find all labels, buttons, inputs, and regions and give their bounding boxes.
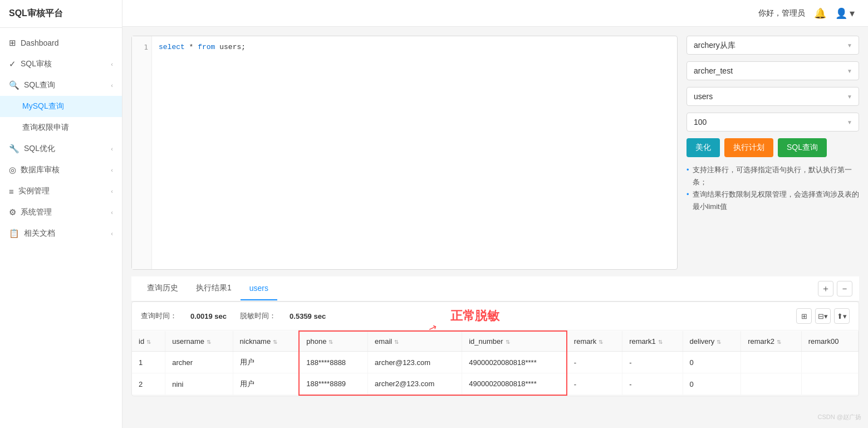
result-actions: ⊞ ⊟▾ ⬆▾ bbox=[796, 308, 850, 324]
cell-id: 2 bbox=[132, 373, 165, 395]
table-view-button[interactable]: ⊞ bbox=[796, 308, 812, 324]
query-button[interactable]: SQL查询 bbox=[778, 138, 827, 157]
watermark: CSDN @赵广扬 bbox=[818, 413, 861, 421]
col-header-id-number: id_number⇅ bbox=[462, 331, 567, 352]
cell-delivery: 0 bbox=[683, 373, 741, 395]
cell-username: nini bbox=[165, 373, 233, 395]
sidebar-item-label: SQL优化 bbox=[24, 144, 55, 154]
sidebar-item-dashboard[interactable]: ⊞ Dashboard bbox=[0, 32, 122, 54]
col-header-remark1: remark1⇅ bbox=[622, 331, 683, 352]
docs-icon: 📋 bbox=[9, 228, 19, 239]
query-time-value: 0.0019 sec bbox=[190, 312, 227, 320]
db-name-select[interactable]: archer_test test bbox=[686, 61, 859, 80]
result-area: 查询时间： 0.0019 sec 脱敏时间： 0.5359 sec 正常脱敏 ↙… bbox=[131, 301, 859, 396]
line-numbers: 1 bbox=[132, 36, 152, 269]
tab-actions: ＋ － bbox=[818, 281, 852, 296]
sidebar-item-db-audit[interactable]: ◎ 数据库审核 ‹ bbox=[0, 159, 122, 181]
tip-1-text: 支持注释行，可选择指定语句执行，默认执行第一条； bbox=[693, 164, 859, 188]
cell-remark00 bbox=[801, 352, 858, 373]
cell-username: archer bbox=[165, 352, 233, 373]
keyword-select: select bbox=[159, 43, 185, 51]
chevron-icon: ‹ bbox=[111, 61, 113, 67]
sidebar-item-sql-query[interactable]: 🔍 SQL查询 ‹ bbox=[0, 75, 122, 96]
sidebar-item-label: 相关文档 bbox=[24, 228, 55, 239]
sql-editor[interactable]: 1 select * from users; bbox=[131, 36, 678, 270]
tab-history-label: 查询历史 bbox=[147, 283, 178, 292]
sidebar-item-sys-mgmt[interactable]: ⚙ 系统管理 ‹ bbox=[0, 202, 122, 223]
user-avatar-icon[interactable]: 👤 ▾ bbox=[835, 7, 855, 20]
wrench-icon: 🔧 bbox=[9, 144, 19, 154]
main-area: 你好，管理员 🔔 👤 ▾ 1 select * from users; bbox=[122, 0, 868, 428]
sidebar-item-label: SQL查询 bbox=[24, 80, 55, 90]
result-table: id⇅ username⇅ nickname⇅ phone⇅ email⇅ id… bbox=[132, 330, 859, 396]
sidebar-item-label: SQL审核 bbox=[21, 59, 52, 69]
cell-remark2 bbox=[741, 352, 801, 373]
sort-icon: ⇅ bbox=[777, 339, 781, 345]
col-header-delivery: delivery⇅ bbox=[683, 331, 741, 352]
bullet-icon-1: • bbox=[686, 164, 689, 188]
col-header-email: email⇅ bbox=[368, 331, 462, 352]
db-instance-select-wrapper: archery从库 archery主库 bbox=[686, 36, 859, 55]
notification-bell-icon[interactable]: 🔔 bbox=[814, 7, 826, 20]
sidebar-nav: ⊞ Dashboard ✓ SQL审核 ‹ 🔍 SQL查询 ‹ MySQL查询 … bbox=[0, 28, 122, 428]
gear-icon: ⚙ bbox=[9, 207, 16, 217]
table-name-select[interactable]: users orders bbox=[686, 87, 859, 106]
keyword-from: from bbox=[198, 43, 215, 51]
tab-users[interactable]: users bbox=[241, 277, 277, 300]
sidebar-item-instance[interactable]: ≡ 实例管理 ‹ bbox=[0, 181, 122, 202]
db-instance-select[interactable]: archery从库 archery主库 bbox=[686, 36, 859, 55]
code-table: users; bbox=[215, 43, 246, 51]
content-area: 1 select * from users; archery从库 archery… bbox=[122, 27, 868, 428]
col-header-remark00: remark00 bbox=[801, 331, 858, 352]
sort-icon: ⇅ bbox=[273, 339, 277, 345]
chevron-icon: ‹ bbox=[111, 230, 113, 237]
limit-select[interactable]: 100 200 500 1000 bbox=[686, 113, 859, 132]
sidebar-item-mysql-query[interactable]: MySQL查询 bbox=[0, 96, 122, 117]
instance-icon: ≡ bbox=[9, 187, 14, 196]
query-time-label: 查询时间： bbox=[141, 311, 177, 321]
sidebar-item-sql-audit[interactable]: ✓ SQL审核 ‹ bbox=[0, 54, 122, 75]
cell-remark: - bbox=[567, 373, 622, 395]
col-header-remark2: remark2⇅ bbox=[741, 331, 801, 352]
grid-view-button[interactable]: ⊟▾ bbox=[815, 308, 831, 324]
tabs-bar: 查询历史 执行结果1 users ＋ － bbox=[131, 276, 859, 301]
code-area[interactable]: select * from users; bbox=[152, 36, 677, 269]
sidebar-item-label: 数据库审核 bbox=[21, 165, 60, 175]
sidebar-item-label: 实例管理 bbox=[18, 186, 50, 196]
db-icon: ◎ bbox=[9, 165, 16, 175]
sort-icon: ⇅ bbox=[506, 339, 510, 345]
code-op: * bbox=[185, 43, 198, 51]
sidebar-item-query-auth[interactable]: 查询权限申请 bbox=[0, 117, 122, 138]
cell-remark: - bbox=[567, 352, 622, 373]
export-button[interactable]: ⬆▾ bbox=[834, 308, 850, 324]
dropdown-arrow-icon: ▾ bbox=[850, 7, 855, 20]
tip-2: • 查询结果行数限制见权限管理，会选择查询涉及表的最小limit值 bbox=[686, 188, 859, 213]
tab-result1[interactable]: 执行结果1 bbox=[187, 276, 241, 301]
sidebar-item-label: 系统管理 bbox=[21, 207, 52, 217]
cell-id: 1 bbox=[132, 352, 165, 373]
sidebar-item-sql-optimize[interactable]: 🔧 SQL优化 ‹ bbox=[0, 138, 122, 159]
cell-nickname: 用户 bbox=[233, 373, 299, 395]
editor-inner: 1 select * from users; bbox=[132, 36, 677, 269]
right-panel: archery从库 archery主库 archer_test test use… bbox=[686, 36, 859, 270]
cell-nickname: 用户 bbox=[233, 352, 299, 373]
sort-icon: ⇅ bbox=[599, 339, 603, 345]
cell-email: archer@123.com bbox=[368, 352, 462, 373]
desens-time-value: 0.5359 sec bbox=[290, 312, 326, 320]
annotation-text: 正常脱敏 bbox=[450, 309, 499, 323]
zoom-out-button[interactable]: － bbox=[837, 281, 852, 296]
tab-history[interactable]: 查询历史 bbox=[138, 276, 187, 301]
sidebar: SQL审核平台 ⊞ Dashboard ✓ SQL审核 ‹ 🔍 SQL查询 ‹ … bbox=[0, 0, 122, 428]
sidebar-item-docs[interactable]: 📋 相关文档 ‹ bbox=[0, 223, 122, 244]
table-body: 1 archer 用户 188****8888 archer@123.com 4… bbox=[132, 352, 859, 395]
table-name-select-wrapper: users orders bbox=[686, 87, 859, 106]
plan-button[interactable]: 执行计划 bbox=[724, 138, 773, 157]
zoom-in-button[interactable]: ＋ bbox=[818, 281, 833, 296]
cell-remark1: - bbox=[622, 352, 683, 373]
results-section: 查询历史 执行结果1 users ＋ － 查询时间： bbox=[131, 276, 859, 396]
beautify-button[interactable]: 美化 bbox=[686, 138, 720, 157]
app-title: SQL审核平台 bbox=[0, 0, 122, 28]
action-buttons: 美化 执行计划 SQL查询 bbox=[686, 138, 859, 157]
result-table-wrapper: id⇅ username⇅ nickname⇅ phone⇅ email⇅ id… bbox=[132, 330, 859, 396]
chevron-icon: ‹ bbox=[111, 188, 113, 194]
